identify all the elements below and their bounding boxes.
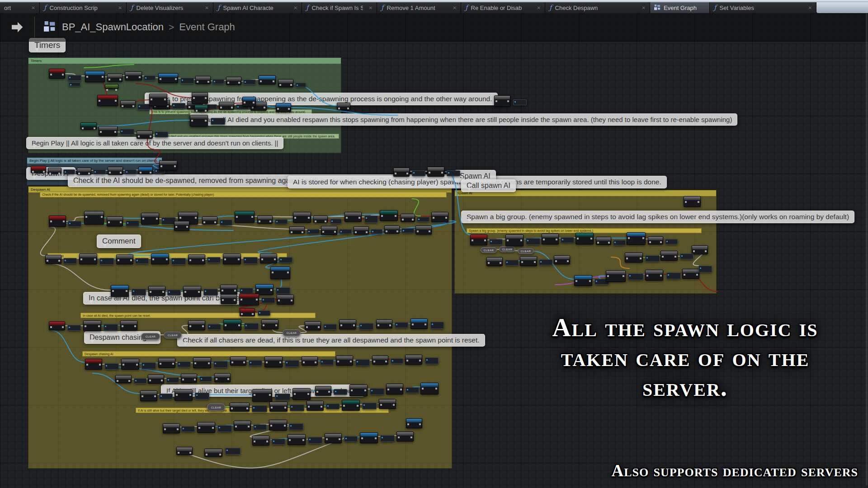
blueprint-node[interactable] [84,211,104,225]
blueprint-node[interactable] [415,225,432,235]
blueprint-node[interactable] [692,245,708,254]
blueprint-node[interactable] [285,360,299,367]
blueprint-node[interactable] [204,449,222,457]
blueprint-node[interactable] [431,212,448,222]
blueprint-node[interactable] [505,235,524,246]
blueprint-node[interactable] [342,400,360,411]
blueprint-node[interactable] [401,214,415,222]
blueprint-node[interactable] [264,357,283,367]
blueprint-node[interactable] [665,239,678,244]
blueprint-node[interactable] [344,212,362,222]
tab-ort[interactable]: ort✕ [0,2,40,13]
blueprint-node[interactable] [339,229,352,234]
blueprint-node[interactable] [354,226,369,235]
close-icon[interactable]: ✕ [203,5,209,10]
blueprint-node[interactable] [257,216,273,224]
blueprint-node[interactable] [104,324,118,331]
close-icon[interactable]: ✕ [534,5,541,10]
blueprint-node[interactable] [239,294,259,305]
blueprint-node[interactable]: CLEAR [283,329,301,336]
blueprint-node[interactable] [141,213,159,225]
blueprint-node[interactable]: CLEAR [518,248,534,254]
blueprint-node[interactable] [315,386,331,396]
blueprint-node[interactable] [313,216,328,223]
blueprint-node[interactable] [244,323,259,330]
blueprint-node[interactable] [364,216,378,223]
blueprint-node[interactable] [384,225,400,234]
blueprint-node[interactable] [359,323,373,330]
blueprint-node[interactable] [142,362,156,369]
blueprint-node[interactable] [648,236,663,244]
blueprint-node[interactable] [202,216,217,225]
blueprint-node[interactable] [120,100,136,108]
blueprint-node[interactable] [321,226,337,235]
blueprint-node[interactable] [302,357,318,366]
close-icon[interactable]: ✕ [116,5,122,10]
blueprint-node[interactable] [155,131,168,137]
blueprint-node[interactable] [140,390,157,401]
blueprint-node[interactable] [574,275,592,286]
blueprint-node[interactable] [230,403,250,412]
blueprint-node[interactable] [344,436,358,442]
blueprint-node[interactable] [261,319,278,329]
blueprint-node[interactable] [393,168,410,177]
tab-check-if-spawn-is-s[interactable]: ƒCheck if Spawn Is S✕ [302,2,377,13]
blueprint-node[interactable] [278,79,293,87]
blueprint-node[interactable] [240,288,253,294]
blueprint-node[interactable] [163,423,180,433]
blueprint-node[interactable] [167,290,181,296]
blueprint-node[interactable] [159,394,173,399]
blueprint-node[interactable]: CLEAR [481,247,497,253]
blueprint-node[interactable] [226,77,241,85]
blueprint-node[interactable] [93,169,106,174]
blueprint-node[interactable] [181,374,197,383]
blueprint-node[interactable] [121,359,139,370]
blueprint-node[interactable] [242,97,256,107]
blueprint-node[interactable] [158,358,175,368]
tab-re-enable-or-disab[interactable]: ƒRe Enable or Disab✕ [461,2,545,13]
blueprint-node[interactable] [115,375,132,383]
tab-construction-scrip[interactable]: ƒConstruction Scrip✕ [40,2,127,13]
blueprint-node[interactable] [220,285,237,295]
blueprint-node[interactable] [158,73,178,83]
blueprint-node[interactable] [181,426,195,432]
blueprint-node[interactable] [360,432,378,443]
comment-title-bubble[interactable]: Call spawn AI [461,179,516,192]
blueprint-node[interactable] [628,273,643,280]
blueprint-node[interactable] [63,169,75,174]
nav-forward-arrow-icon[interactable] [12,21,24,33]
blueprint-node[interactable] [172,103,185,109]
blueprint-node[interactable] [195,76,211,84]
blueprint-node[interactable] [223,319,241,330]
blueprint-node[interactable] [542,234,559,244]
blueprint-node[interactable] [240,308,255,316]
blueprint-node[interactable] [606,270,626,282]
blueprint-node[interactable] [45,255,61,264]
blueprint-node[interactable] [135,258,149,264]
blueprint-node[interactable] [405,355,422,365]
blueprint-node[interactable] [99,258,114,265]
blueprint-node[interactable] [337,103,350,110]
blueprint-node[interactable] [235,211,255,223]
nested-comment-header[interactable]: Check if the AI should be de-spawned, re… [40,192,447,197]
blueprint-node[interactable] [49,216,66,227]
blueprint-node[interactable] [225,448,241,455]
blueprint-node[interactable] [269,420,287,431]
close-icon[interactable]: ✕ [450,5,457,10]
blueprint-node[interactable] [261,297,275,303]
blueprint-node[interactable] [380,210,398,221]
blueprint-node[interactable] [69,82,80,86]
blueprint-node[interactable] [596,237,611,245]
blueprint-node[interactable] [406,387,419,393]
blueprint-node[interactable] [212,79,224,84]
blueprint-node[interactable] [211,118,225,125]
blueprint-node[interactable] [194,105,208,112]
blueprint-node[interactable] [49,69,65,79]
blueprint-node[interactable] [684,196,701,207]
blueprint-node[interactable] [214,373,231,382]
blueprint-node[interactable] [125,71,142,80]
blueprint-node[interactable] [252,405,267,412]
blueprint-node[interactable] [220,220,232,225]
blueprint-node[interactable] [295,83,306,87]
blueprint-node[interactable] [193,357,211,368]
